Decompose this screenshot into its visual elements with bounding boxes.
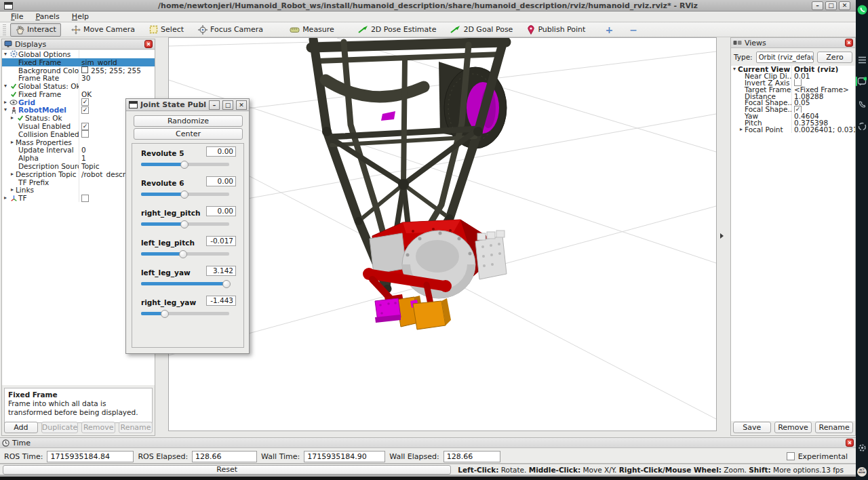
add-tool-button[interactable]: + bbox=[605, 24, 613, 35]
expander-icon[interactable]: ▸ bbox=[9, 171, 16, 178]
tool-2d-goal-pose[interactable]: 2D Goal Pose bbox=[446, 24, 517, 35]
menu-item-panels[interactable]: Panels bbox=[30, 12, 64, 21]
joint-maximize-button[interactable]: □ bbox=[222, 100, 233, 110]
tool-2d-pose-estimate[interactable]: 2D Pose Estimate bbox=[354, 24, 441, 35]
joint-slider-right-leg-yaw[interactable] bbox=[141, 312, 229, 315]
goal-pose-icon bbox=[450, 25, 460, 34]
interact-hand-icon bbox=[15, 25, 24, 35]
joint-value-right-leg-pitch[interactable]: 0.00 bbox=[206, 206, 236, 216]
reset-button[interactable]: Reset bbox=[3, 465, 451, 475]
minimize-button[interactable]: – bbox=[812, 1, 823, 10]
expander-icon[interactable]: ▸ bbox=[9, 186, 16, 193]
focus-camera-icon bbox=[198, 25, 208, 35]
displays-panel-header[interactable]: Displays bbox=[2, 39, 155, 49]
joint-value-revolute6[interactable]: 0.00 bbox=[206, 176, 236, 186]
zero-button[interactable]: Zero bbox=[817, 52, 852, 63]
joint-state-publisher-window[interactable]: Joint State Publis... – □ ✕ Randomize Ce… bbox=[125, 98, 250, 354]
window-titlebar[interactable]: /home/newtonjeri/Humanoid_Robot_ws/insta… bbox=[0, 0, 856, 12]
remove-tool-button[interactable]: − bbox=[629, 24, 637, 35]
maximize-button[interactable]: □ bbox=[825, 1, 837, 10]
expander-icon[interactable]: ▾ bbox=[2, 106, 9, 113]
expander-icon[interactable]: ▸ bbox=[2, 195, 9, 201]
menu-item-file[interactable]: File bbox=[5, 12, 28, 21]
grid-enabled-checkbox[interactable]: ✓ bbox=[81, 98, 89, 106]
tree-row-global-options[interactable]: ▾Global Options bbox=[2, 50, 155, 58]
remove-view-button[interactable]: Remove bbox=[774, 422, 812, 433]
tool-focus-camera[interactable]: Focus Camera bbox=[194, 24, 267, 36]
tool-move-camera[interactable]: Move Camera bbox=[67, 24, 139, 36]
duplicate-display-button[interactable]: Duplicate bbox=[41, 422, 78, 433]
tool-measure[interactable]: Measure bbox=[285, 24, 338, 35]
close-button[interactable]: ✕ bbox=[839, 1, 850, 10]
views-row-focal-point[interactable]: ▸Focal Point 0.0026401; 0.0316... bbox=[731, 126, 855, 133]
ros-time-field[interactable] bbox=[47, 451, 134, 462]
chats-icon[interactable] bbox=[856, 76, 867, 87]
joint-value-right-leg-yaw[interactable]: -1.443 bbox=[206, 296, 236, 306]
tf-enabled-checkbox[interactable] bbox=[81, 195, 89, 202]
joint-slider-revolute6[interactable] bbox=[141, 193, 229, 196]
expander-icon[interactable]: ▸ bbox=[9, 115, 16, 121]
wall-elapsed-field[interactable] bbox=[443, 451, 500, 462]
ros-elapsed-field[interactable] bbox=[192, 451, 257, 462]
rename-view-button[interactable]: Rename bbox=[815, 422, 853, 433]
property-help-box: Fixed Frame Frame into which all data is… bbox=[4, 388, 153, 423]
randomize-button[interactable]: Randomize bbox=[134, 115, 243, 127]
panel-collapse-arrow-icon[interactable] bbox=[720, 233, 724, 239]
joint-slider-left-leg-yaw[interactable] bbox=[141, 282, 229, 285]
profile-badge-icon[interactable]: ACT NOW bbox=[857, 467, 867, 477]
expander-icon[interactable]: ▾ bbox=[2, 51, 9, 58]
visual-enabled-checkbox[interactable]: ✓ bbox=[81, 123, 89, 130]
menu-icon[interactable] bbox=[856, 54, 867, 65]
wall-time-field[interactable] bbox=[304, 451, 385, 462]
remove-display-button[interactable]: Remove bbox=[81, 422, 115, 433]
tree-row-global-fixed-frame-status[interactable]: Fixed Frame OK bbox=[2, 90, 155, 98]
toolbar-grip[interactable] bbox=[3, 24, 6, 35]
tree-row-background-color[interactable]: Background Color 255; 255; 255 bbox=[2, 66, 155, 75]
joint-value-left-leg-pitch[interactable]: -0.017 bbox=[206, 236, 236, 246]
status-icon[interactable] bbox=[856, 121, 867, 132]
robotmodel-enabled-checkbox[interactable]: ✓ bbox=[81, 106, 89, 114]
joint-label-right-leg-pitch: right_leg_pitch bbox=[141, 209, 205, 217]
expander-icon[interactable]: ▸ bbox=[9, 139, 16, 146]
render-viewport-3d[interactable] bbox=[168, 37, 717, 431]
rename-display-button[interactable]: Rename bbox=[119, 422, 153, 433]
menu-item-help[interactable]: Help bbox=[66, 12, 94, 21]
joint-slider-left-leg-pitch[interactable] bbox=[141, 252, 229, 256]
expander-icon[interactable]: ▸ bbox=[2, 99, 9, 106]
experimental-checkbox[interactable] bbox=[787, 452, 795, 460]
views-panel-header[interactable]: Views bbox=[731, 38, 855, 48]
expander-icon[interactable]: ▾ bbox=[2, 83, 9, 89]
joint-minimize-button[interactable]: – bbox=[209, 100, 220, 110]
views-close-icon[interactable] bbox=[845, 39, 853, 47]
publish-point-icon bbox=[527, 25, 535, 35]
collision-enabled-checkbox[interactable] bbox=[81, 130, 89, 138]
expander-icon[interactable]: ▸ bbox=[738, 126, 745, 133]
joint-slider-right-leg-pitch[interactable] bbox=[141, 222, 229, 226]
joint-slider-revolute5[interactable] bbox=[141, 163, 229, 166]
joint-value-left-leg-yaw[interactable]: 3.142 bbox=[206, 266, 236, 276]
tree-row-fixed-frame[interactable]: Fixed Frame sim_world bbox=[2, 58, 155, 66]
joint-window-titlebar[interactable]: Joint State Publis... – □ ✕ bbox=[126, 99, 249, 111]
fixed-frame-value[interactable]: sim_world bbox=[79, 58, 155, 66]
time-close-icon[interactable] bbox=[846, 439, 854, 447]
color-swatch[interactable] bbox=[81, 66, 88, 73]
settings-gear-icon[interactable] bbox=[856, 442, 867, 453]
joint-close-button[interactable]: ✕ bbox=[236, 100, 247, 110]
tool-select[interactable]: Select bbox=[145, 24, 188, 35]
focal-shape-checkbox[interactable]: ✓ bbox=[794, 106, 802, 113]
time-panel-header[interactable]: Time bbox=[0, 438, 856, 448]
save-view-button[interactable]: Save bbox=[733, 422, 771, 433]
whatsapp-icon[interactable] bbox=[856, 4, 867, 15]
view-type-dropdown[interactable]: Orbit (rviz_default_▾ bbox=[756, 52, 814, 63]
tool-interact[interactable]: Interact bbox=[10, 23, 61, 37]
tool-publish-point[interactable]: Publish Point bbox=[523, 24, 589, 36]
calls-icon[interactable] bbox=[856, 99, 867, 110]
joint-value-revolute5[interactable]: 0.00 bbox=[206, 146, 236, 157]
tree-row-frame-rate[interactable]: Frame Rate 30 bbox=[2, 74, 155, 82]
center-button[interactable]: Center bbox=[134, 128, 243, 140]
invert-z-checkbox[interactable] bbox=[794, 79, 802, 86]
displays-close-icon[interactable] bbox=[144, 40, 153, 48]
add-display-button[interactable]: Add bbox=[4, 422, 38, 433]
tree-row-global-status[interactable]: ▾Global Status: Ok bbox=[2, 82, 155, 90]
fps-counter: 13 fps bbox=[821, 466, 844, 474]
